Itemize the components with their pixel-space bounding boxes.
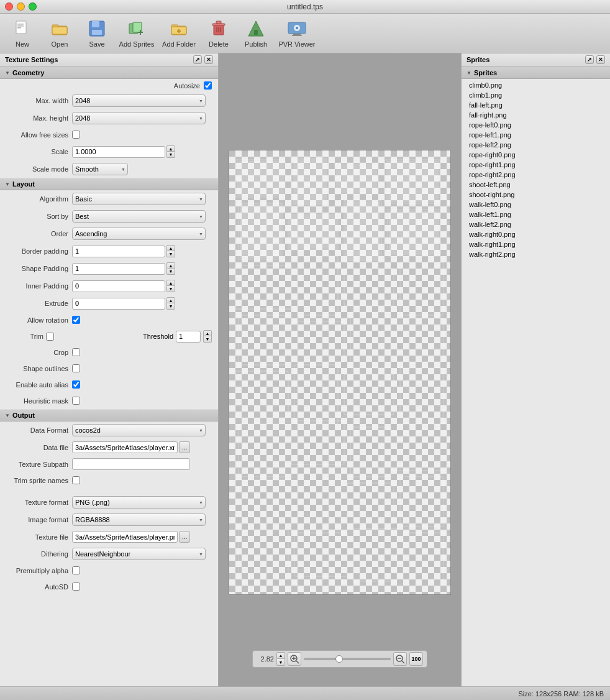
shape-padding-input[interactable] [72, 263, 165, 275]
zoom-in-button[interactable] [288, 652, 301, 666]
threshold-down[interactable]: ▼ [203, 336, 212, 343]
enable-auto-alias-checkbox[interactable] [72, 380, 80, 389]
allow-free-sizes-checkbox[interactable] [72, 131, 80, 139]
zoom-stepper-down[interactable]: ▼ [276, 659, 285, 666]
shape-outlines-checkbox[interactable] [72, 364, 80, 372]
trim-checkbox[interactable] [46, 333, 54, 341]
texture-subpath-row: Texture Subpath [0, 456, 218, 472]
save-button[interactable]: Save [80, 16, 114, 51]
panel-float-button[interactable]: ↗ [193, 55, 202, 64]
image-format-select[interactable]: RGBA8888 RGBA4444 RGB888 [72, 513, 206, 526]
border-padding-up[interactable]: ▲ [166, 245, 175, 251]
publish-button[interactable]: Publish [239, 16, 273, 51]
sprite-item[interactable]: walk-right1.png [462, 239, 610, 249]
svg-line-79 [296, 661, 299, 663]
data-file-browse-button[interactable]: ... [179, 441, 190, 453]
inner-padding-up[interactable]: ▲ [166, 280, 175, 286]
zoom-stepper-up[interactable]: ▲ [276, 652, 285, 659]
shape-padding-label: Shape Padding [6, 265, 68, 272]
shape-padding-up[interactable]: ▲ [166, 262, 175, 269]
border-padding-down[interactable]: ▼ [166, 251, 175, 257]
sprite-item[interactable]: rope-right2.png [462, 170, 610, 180]
max-width-select[interactable]: 2048 1024 512 [72, 94, 206, 107]
data-format-select[interactable]: cocos2d cocos2d-v3 json [72, 424, 206, 436]
sprites-panel: Sprites ↗ ✕ ▼ Sprites climb0.pngclimb1.p… [461, 53, 610, 686]
autosize-checkbox[interactable] [204, 81, 212, 90]
allow-rotation-checkbox[interactable] [72, 316, 80, 324]
sprite-item[interactable]: rope-left2.png [462, 140, 610, 150]
trim-sprite-names-checkbox[interactable] [72, 476, 80, 484]
scale-input[interactable] [72, 146, 165, 158]
heuristic-mask-checkbox[interactable] [72, 397, 80, 405]
delete-button[interactable]: Delete [201, 16, 236, 51]
svg-rect-9 [92, 30, 102, 35]
extrude-down[interactable]: ▼ [166, 303, 175, 310]
border-padding-input[interactable] [72, 246, 165, 257]
texture-file-browse-button[interactable]: ... [179, 531, 190, 543]
extrude-up[interactable]: ▲ [166, 297, 175, 303]
threshold-input[interactable] [176, 331, 201, 343]
sprite-item[interactable]: walk-right0.png [462, 229, 610, 239]
scale-mode-row: Scale mode Smooth Fast Linear [0, 160, 218, 178]
sort-by-select[interactable]: Best Name [72, 210, 206, 223]
trim-sprite-names-label: Trim sprite names [6, 477, 68, 484]
sprite-item[interactable]: rope-right1.png [462, 160, 610, 170]
scale-down-arrow[interactable]: ▼ [166, 152, 175, 158]
sprite-item[interactable]: rope-left0.png [462, 120, 610, 130]
zoom-slider[interactable] [304, 658, 391, 660]
minimize-button[interactable] [17, 2, 25, 11]
sprite-item[interactable]: fall-left.png [462, 100, 610, 110]
threshold-up[interactable]: ▲ [203, 330, 212, 336]
texture-settings-title: Texture Settings [5, 56, 58, 63]
max-height-select[interactable]: 2048 1024 512 [72, 112, 206, 124]
sprite-item[interactable]: walk-left1.png [462, 210, 610, 219]
scale-up-arrow[interactable]: ▲ [166, 145, 175, 152]
zoom-fit-button[interactable]: 100 [409, 652, 423, 666]
panel-close-button[interactable]: ✕ [204, 55, 213, 64]
sprite-item[interactable]: rope-right0.png [462, 150, 610, 160]
inner-padding-input[interactable] [72, 280, 165, 292]
add-sprites-button[interactable]: Add Sprites [117, 16, 157, 51]
new-button[interactable]: New [5, 16, 40, 51]
sprite-item[interactable]: shoot-left.png [462, 180, 610, 190]
shape-padding-row: Shape Padding ▲ ▼ [0, 260, 218, 277]
dithering-select[interactable]: NearestNeighbour Linear FloydSteinberg [72, 548, 206, 560]
close-button[interactable] [5, 2, 13, 11]
sprite-item[interactable]: walk-right2.png [462, 249, 610, 259]
enable-auto-alias-control [72, 380, 212, 390]
pvr-viewer-button[interactable]: PVR Viewer [276, 16, 318, 51]
extrude-input[interactable] [72, 298, 165, 310]
pvr-viewer-icon [287, 19, 307, 39]
sprite-item[interactable]: rope-left1.png [462, 130, 610, 140]
sort-by-label: Sort by [6, 213, 68, 220]
publish-icon [246, 19, 266, 39]
order-select[interactable]: Ascending Descending [72, 228, 206, 240]
texture-subpath-input[interactable] [72, 458, 190, 470]
sprites-panel-float-button[interactable]: ↗ [585, 55, 594, 64]
shape-padding-down[interactable]: ▼ [166, 269, 175, 275]
algorithm-select[interactable]: Basic MaxRects [72, 193, 206, 205]
sprite-item[interactable]: walk-left2.png [462, 219, 610, 229]
autosd-checkbox[interactable] [72, 583, 80, 591]
premultiply-alpha-checkbox[interactable] [72, 566, 80, 574]
maximize-button[interactable] [29, 2, 37, 11]
sprite-item[interactable]: fall-right.png [462, 110, 610, 120]
sprite-item[interactable]: walk-left0.png [462, 200, 610, 210]
add-folder-button[interactable]: Add Folder [159, 16, 199, 51]
texture-format-select[interactable]: PNG (.png) PVR JPEG [72, 496, 206, 509]
heuristic-mask-row: Heuristic mask [0, 393, 218, 409]
zoom-out-button[interactable] [393, 652, 407, 666]
open-button[interactable]: Open [42, 16, 77, 51]
sprite-item[interactable]: shoot-right.png [462, 190, 610, 200]
svg-rect-75 [289, 214, 337, 249]
titlebar: untitled.tps [0, 0, 610, 14]
scale-mode-select[interactable]: Smooth Fast Linear [72, 163, 128, 175]
texture-file-input[interactable] [72, 531, 178, 543]
sprite-item[interactable]: climb0.png [462, 80, 610, 90]
sprite-item[interactable]: climb1.png [462, 90, 610, 100]
data-file-input[interactable] [72, 441, 178, 453]
crop-checkbox[interactable] [72, 348, 80, 356]
inner-padding-down[interactable]: ▼ [166, 286, 175, 292]
sprites-panel-close-button[interactable]: ✕ [596, 55, 605, 64]
statusbar: Size: 128x256 RAM: 128 kB [0, 686, 610, 700]
